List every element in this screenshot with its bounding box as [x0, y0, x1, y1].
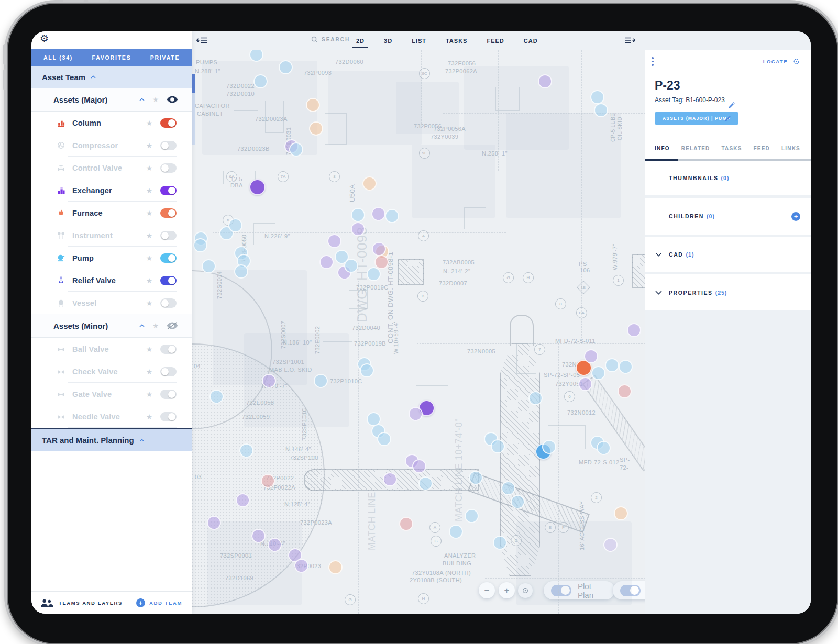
asset-dot[interactable]	[251, 529, 266, 543]
tab-2d[interactable]: 2D	[356, 31, 365, 50]
section-cad[interactable]: CAD(1)	[645, 237, 811, 272]
kebab-menu-icon[interactable]	[652, 57, 654, 66]
star-icon[interactable]: ★	[145, 231, 154, 240]
star-icon[interactable]: ★	[151, 321, 160, 330]
asset-dot[interactable]	[372, 242, 386, 256]
layer-toggle[interactable]	[160, 345, 177, 354]
asset-dot[interactable]	[374, 255, 389, 269]
layer-item-check-valve[interactable]: Check Valve★	[31, 360, 192, 383]
asset-dot[interactable]	[309, 121, 323, 136]
eye-hidden-icon[interactable]	[167, 322, 178, 329]
asset-dot[interactable]	[584, 349, 598, 363]
asset-dot[interactable]	[327, 234, 341, 248]
asset-dot[interactable]	[239, 443, 253, 458]
asset-dot[interactable]	[360, 363, 374, 377]
detail-tab-info[interactable]: INFO	[655, 146, 670, 151]
layer-item-compressor[interactable]: Compressor★	[31, 134, 192, 157]
layer-item-control-valve[interactable]: Control Valve★	[31, 157, 192, 179]
asset-dot[interactable]	[351, 208, 365, 222]
asset-dot[interactable]	[594, 103, 608, 117]
asset-dot[interactable]	[469, 471, 483, 485]
star-icon[interactable]: ★	[145, 345, 154, 353]
layer-toggle[interactable]	[160, 231, 177, 240]
star-icon[interactable]: ★	[145, 209, 154, 217]
asset-dot[interactable]	[501, 481, 515, 495]
asset-dot[interactable]	[449, 525, 463, 539]
sidebar-tab-favorites[interactable]: FAVORITES	[85, 54, 138, 61]
asset-dot[interactable]	[538, 74, 552, 88]
star-icon[interactable]: ★	[145, 186, 154, 195]
asset-dot[interactable]	[249, 50, 263, 62]
layer-item-column[interactable]: Column★	[31, 112, 192, 134]
locate-button[interactable]: LOCATE	[763, 58, 800, 65]
group-header-assets-major[interactable]: Assets (Major)★	[31, 88, 192, 112]
star-icon[interactable]: ★	[145, 390, 154, 398]
tab-feed[interactable]: FEED	[487, 31, 504, 50]
detail-tab-related[interactable]: RELATED	[681, 146, 710, 151]
detail-tab-feed[interactable]: FEED	[754, 146, 770, 151]
edit-class-pencil-icon[interactable]	[724, 115, 731, 123]
layer-item-needle-valve[interactable]: Needle Valve★	[31, 405, 192, 428]
asset-dot[interactable]	[511, 495, 525, 509]
asset-dot[interactable]	[465, 509, 479, 523]
asset-team-row[interactable]: Asset Team	[31, 66, 192, 88]
asset-dot[interactable]	[262, 374, 276, 388]
add-child-button[interactable]: +	[791, 212, 800, 221]
layer-toggle[interactable]	[160, 390, 177, 399]
asset-dot[interactable]	[306, 98, 320, 112]
asset-dot[interactable]	[314, 374, 328, 388]
asset-dot[interactable]	[294, 559, 308, 573]
asset-dot[interactable]	[268, 538, 282, 552]
layer-item-pump[interactable]: Pump★	[31, 247, 192, 269]
chevron-up-icon[interactable]	[139, 324, 145, 327]
asset-dot[interactable]	[279, 60, 293, 74]
asset-dot[interactable]	[528, 391, 543, 405]
star-icon[interactable]: ★	[145, 413, 154, 421]
asset-dot[interactable]	[412, 459, 426, 473]
layer-toggle[interactable]	[160, 141, 177, 150]
asset-dot[interactable]	[202, 259, 216, 273]
collapse-left-panel-icon[interactable]	[196, 36, 207, 45]
asset-dot[interactable]	[399, 517, 413, 531]
asset-dot[interactable]	[344, 259, 358, 273]
asset-dot[interactable]	[207, 516, 221, 530]
star-icon[interactable]: ★	[145, 164, 154, 172]
detail-tab-links[interactable]: LINKS	[781, 146, 800, 151]
layer-item-vessel[interactable]: Vessel★	[31, 292, 192, 314]
asset-dot[interactable]	[603, 538, 618, 552]
chevron-up-icon[interactable]	[139, 98, 145, 101]
star-icon[interactable]: ★	[145, 254, 154, 262]
asset-dot[interactable]	[627, 323, 641, 337]
sidebar-tab-private[interactable]: PRIVATE	[138, 54, 192, 61]
layer-item-ball-valve[interactable]: Ball Valve★	[31, 338, 192, 360]
section-children[interactable]: CHILDREN(0)+	[645, 198, 811, 235]
asset-dot[interactable]	[367, 267, 381, 281]
asset-dot[interactable]	[261, 474, 275, 488]
zoom-out-button[interactable]: −	[479, 582, 495, 598]
star-icon[interactable]: ★	[145, 368, 154, 376]
detail-tab-tasks[interactable]: TASKS	[721, 146, 742, 151]
asset-dot[interactable]	[383, 472, 397, 486]
asset-dot[interactable]	[234, 264, 248, 279]
layer-toggle[interactable]	[160, 253, 177, 263]
zoom-in-button[interactable]: +	[499, 582, 515, 598]
asset-dot[interactable]	[319, 255, 334, 269]
asset-dot[interactable]	[619, 360, 633, 374]
layer-toggle[interactable]	[160, 298, 177, 308]
chevron-down-icon[interactable]	[655, 291, 662, 295]
expand-right-panel-icon[interactable]	[624, 36, 636, 45]
edit-tag-pencil-icon[interactable]	[728, 102, 735, 109]
asset-dot[interactable]	[590, 90, 604, 104]
tar-planning-row[interactable]: TAR and Maint. Planning	[31, 428, 192, 451]
asset-dot[interactable]	[371, 207, 385, 221]
layer-toggle[interactable]	[160, 163, 177, 173]
layer-item-exchanger[interactable]: Exchanger★	[31, 179, 192, 202]
teams-and-layers-button[interactable]: TEAMS AND LAYERS	[59, 600, 123, 606]
plot-plan-map[interactable]: − + Plot Plan PUMPSN.288'-1"732D0060732P…	[192, 50, 645, 614]
star-icon[interactable]: ★	[151, 95, 160, 104]
layer-item-furnace[interactable]: Furnace★	[31, 202, 192, 224]
layer-toggle[interactable]	[160, 118, 177, 128]
layer-toggle[interactable]	[160, 367, 177, 376]
chevron-up-icon[interactable]	[91, 75, 96, 79]
section-properties[interactable]: PROPERTIES(25)	[645, 274, 811, 310]
